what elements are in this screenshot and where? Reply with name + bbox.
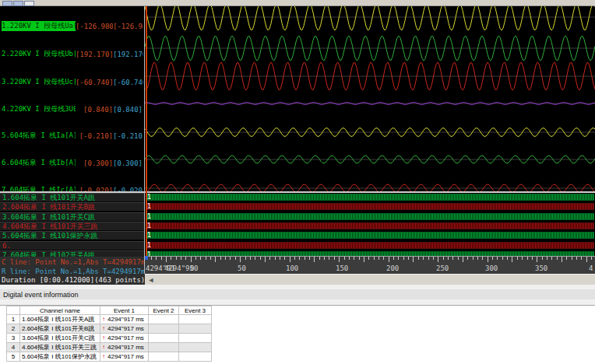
scroll-left-button[interactable]: ◄ bbox=[146, 276, 156, 284]
c-cursor-value: [192.170] bbox=[76, 51, 113, 58]
axis-tick bbox=[398, 257, 399, 260]
digital-state-value: 1 bbox=[147, 222, 151, 229]
event-timestamp: 4294"917 ms bbox=[107, 325, 144, 332]
event-table-row-5[interactable]: 55.604拓泉 I 线101保护永跳↑4294"917 ms bbox=[7, 352, 212, 362]
axis-tick bbox=[368, 257, 369, 260]
axis-tick bbox=[418, 257, 419, 260]
axis-tick bbox=[171, 257, 171, 260]
axis-tick bbox=[339, 257, 340, 262]
toolbar-button-1[interactable] bbox=[2, 1, 12, 6]
axis-tick bbox=[389, 257, 389, 262]
horizontal-scrollbar[interactable]: ◄ bbox=[145, 274, 595, 285]
axis-tick bbox=[215, 257, 216, 262]
analog-channel-row-1[interactable]: 1.220KV I 段母线Ua[kV][-126.980][-126.980] bbox=[2, 21, 143, 31]
event-3-cell bbox=[179, 324, 212, 334]
analog-channel-row-7[interactable]: 7.604拓泉 I 线Ic[A][-0.020][-0.020] bbox=[2, 185, 143, 191]
axis-tick bbox=[477, 257, 478, 260]
axis-tick bbox=[255, 257, 255, 260]
event-table-header-event-3: Event 3 bbox=[179, 306, 212, 315]
event-timestamp: 4294"917 ms bbox=[107, 344, 144, 351]
digital-channel-row-3[interactable]: 3.604拓泉 I 线101开关C跳 bbox=[0, 212, 145, 222]
digital-trace-plot[interactable]: 1111111 bbox=[145, 193, 595, 256]
analog-channel-label: 7.604拓泉 I 线Ic[A] bbox=[2, 185, 76, 191]
row-number: 4 bbox=[7, 343, 20, 352]
axis-tick-label: 300 bbox=[485, 264, 498, 272]
axis-tick bbox=[319, 257, 320, 260]
c-cursor-value: [0.300] bbox=[76, 159, 113, 167]
c-cursor-line[interactable] bbox=[146, 6, 147, 256]
digital-channel-row-2[interactable]: 2.604拓泉 I 线101开关B跳 bbox=[0, 202, 145, 212]
axis-tick-label: 4 bbox=[589, 264, 593, 272]
axis-tick-label: 0 bbox=[190, 264, 194, 272]
r-line-status: R line: Point No.=1,Abs T=4294917ms, Rel… bbox=[2, 268, 145, 275]
axis-tick bbox=[250, 257, 251, 260]
analog-channel-row-6[interactable]: 6.604拓泉 I 线Ib[A][0.300][0.300] bbox=[2, 158, 143, 168]
digital-trace-bar-2 bbox=[146, 203, 594, 210]
r-cursor-value: [0.840] bbox=[113, 106, 143, 114]
analog-channel-row-3[interactable]: 3.220KV I 段母线Uc[kV][-60.740][-60.740] bbox=[2, 77, 143, 87]
r-cursor-marker[interactable] bbox=[145, 256, 148, 260]
axis-tick bbox=[284, 257, 285, 260]
axis-tick bbox=[210, 257, 211, 260]
analog-channel-label: 6.604拓泉 I 线Ib[A] bbox=[2, 158, 76, 168]
analog-channel-label: 4.220KV I 段母线3U0[kV] bbox=[2, 104, 76, 114]
event-table-row-1[interactable]: 11.604拓泉 I 线101开关A跳↑4294"917 ms bbox=[7, 315, 212, 324]
time-axis-ruler[interactable]: 4294"914294"9500501001502002503003504 bbox=[145, 256, 595, 275]
axis-tick bbox=[532, 257, 533, 260]
axis-tick bbox=[176, 257, 177, 260]
event-table-row-2[interactable]: 22.604拓泉 I 线101开关B跳↑4294"917 ms bbox=[7, 324, 212, 334]
event-channel-name: 1.604拓泉 I 线101开关A跳 bbox=[20, 315, 100, 324]
toolbar-button-2[interactable] bbox=[13, 1, 23, 6]
digital-state-value: 1 bbox=[147, 194, 151, 201]
event-information-panel: Digital event information Channel nameEv… bbox=[0, 285, 595, 364]
waveform-analysis-window: 1.220KV I 段母线Ua[kV][-126.980][-126.980]2… bbox=[0, 0, 595, 364]
event-2-cell bbox=[149, 352, 179, 362]
event-timestamp: 4294"917 ms bbox=[107, 316, 144, 323]
digital-trace-bar-3 bbox=[146, 213, 594, 220]
digital-state-value: 1 bbox=[147, 242, 151, 249]
digital-channel-row-6[interactable]: 6. bbox=[0, 241, 145, 250]
event-1-cell: ↑4294"917 ms bbox=[100, 324, 149, 334]
event-2-cell bbox=[149, 324, 179, 334]
axis-tick-label: 200 bbox=[386, 264, 399, 272]
rising-edge-icon: ↑ bbox=[102, 334, 105, 341]
axis-tick-label: 250 bbox=[436, 264, 449, 272]
event-channel-name: 2.604拓泉 I 线101开关B跳 bbox=[20, 324, 100, 334]
window-top-strip bbox=[0, 0, 595, 6]
axis-tick bbox=[586, 257, 587, 262]
analog-channel-row-2[interactable]: 2.220KV I 段母线Ub[kV][192.170][192.170] bbox=[2, 49, 143, 59]
digital-trace-bar-1 bbox=[146, 194, 594, 201]
analog-channel-row-4[interactable]: 4.220KV I 段母线3U0[kV][0.840][0.840] bbox=[2, 104, 143, 114]
analog-channel-row-5[interactable]: 5.604拓泉 I 线Ia[A][-0.210][-0.210] bbox=[2, 131, 143, 141]
axis-tick bbox=[314, 257, 315, 262]
cursor-status-area: C line: Point No.=1,Abs T=4294917ms, Rel… bbox=[0, 257, 145, 285]
panel-divider bbox=[144, 6, 145, 274]
axis-tick bbox=[581, 257, 582, 260]
toolbar-button-3[interactable] bbox=[24, 1, 34, 6]
analog-channel-label: 5.604拓泉 I 线Ia[A] bbox=[2, 131, 76, 141]
c-cursor-value: [-126.980] bbox=[76, 23, 113, 30]
axis-tick bbox=[200, 257, 201, 260]
axis-tick bbox=[206, 257, 206, 260]
analog-waveform-plot[interactable] bbox=[145, 6, 595, 191]
digital-channel-row-4[interactable]: 4.604拓泉 I 线101开关三跳 bbox=[0, 222, 145, 231]
axis-tick bbox=[191, 257, 192, 262]
event-table-row-4[interactable]: 44.604拓泉 I 线101开关三跳↑4294"917 ms bbox=[7, 343, 212, 352]
row-number: 5 bbox=[7, 352, 20, 362]
event-3-cell bbox=[179, 343, 212, 352]
digital-channel-row-1[interactable]: 1.604拓泉 I 线101开关A跳 bbox=[0, 193, 145, 202]
axis-tick bbox=[522, 257, 523, 260]
digital-channel-row-5[interactable]: 5.604拓泉 I 线101保护永跳 bbox=[0, 231, 145, 240]
axis-tick bbox=[576, 257, 577, 260]
event-table-row-3[interactable]: 33.604拓泉 I 线101开关C跳↑4294"917 ms bbox=[7, 334, 212, 343]
axis-tick bbox=[557, 257, 558, 260]
axis-tick bbox=[467, 257, 468, 260]
axis-tick bbox=[591, 257, 592, 260]
event-channel-name: 3.604拓泉 I 线101开关C跳 bbox=[20, 334, 100, 343]
digital-channel-list: 1.604拓泉 I 线101开关A跳2.604拓泉 I 线101开关B跳3.60… bbox=[0, 193, 145, 263]
axis-tick bbox=[359, 257, 360, 260]
axis-tick bbox=[275, 257, 276, 260]
event-2-cell bbox=[149, 343, 179, 352]
axis-tick bbox=[448, 257, 449, 260]
event-section-titlebar bbox=[0, 289, 595, 299]
